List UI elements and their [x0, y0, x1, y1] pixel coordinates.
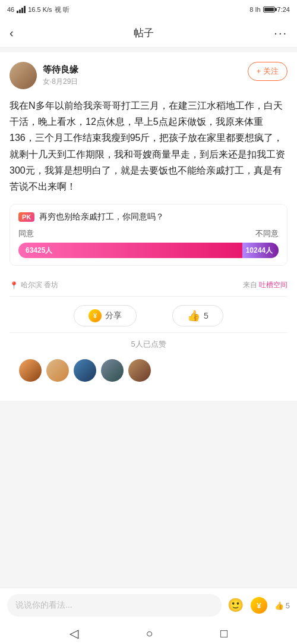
location-text: 哈尔滨 香坊: [21, 280, 58, 290]
notification-badge: 8 Ih: [249, 6, 260, 13]
poll-bar-container: 同意 不同意 63425人 10244人: [10, 228, 287, 265]
status-left: 46 16.5 K/s 视 听: [7, 5, 69, 14]
liker-avatar-1[interactable]: [19, 359, 42, 382]
emoji-button[interactable]: 🙂: [228, 598, 244, 613]
poll-header: PK 再穷也别给亲戚打工，你同意吗？: [10, 205, 287, 228]
action-row: ¥ 分享 👍 5: [10, 296, 287, 333]
signal-bar-2: [19, 10, 21, 13]
location-row: 📍 哈尔滨 香坊 来自 吐槽空间: [10, 274, 287, 296]
like-icon: 👍: [187, 309, 200, 322]
bottom-like-icon: 👍: [274, 601, 284, 610]
source-info: 来自 吐槽空间: [243, 280, 287, 290]
page-title: 帖子: [134, 26, 154, 40]
share-label: 分享: [105, 310, 122, 321]
agree-label: 同意: [18, 228, 34, 239]
avatar[interactable]: [10, 62, 37, 89]
liker-avatar-5[interactable]: [128, 359, 151, 382]
user-sub: 女·8月29日: [43, 77, 78, 87]
comment-input[interactable]: 说说你的看法...: [7, 594, 222, 617]
liker-avatar-4[interactable]: [101, 359, 124, 382]
signal-bar-1: [17, 11, 18, 13]
liker-avatar-2[interactable]: [46, 359, 69, 382]
disagree-count: 10244人: [246, 246, 273, 256]
sys-back-button[interactable]: ◁: [69, 626, 78, 640]
location-info: 📍 哈尔滨 香坊: [10, 280, 58, 290]
disagree-label: 不同意: [255, 228, 279, 239]
signal-bar-3: [21, 8, 23, 13]
bottom-bar: 说说你的看法... 🙂 ¥ 👍 5 ◁ ○ □: [0, 588, 297, 644]
reward-button[interactable]: ¥: [251, 597, 267, 614]
user-header: 等待良缘 女·8月29日 + 关注: [10, 62, 287, 89]
battery-icon: [263, 7, 275, 12]
user-info: 等待良缘 女·8月29日: [10, 62, 78, 89]
battery-fill: [264, 8, 274, 11]
likes-info: 5人已点赞: [10, 333, 287, 354]
source-link[interactable]: 吐槽空间: [259, 281, 287, 289]
back-button[interactable]: ‹: [10, 26, 14, 40]
comment-placeholder: 说说你的看法...: [15, 600, 72, 611]
share-button[interactable]: ¥ 分享: [74, 305, 137, 326]
location-pin-icon: 📍: [10, 281, 18, 290]
follow-button[interactable]: + 关注: [248, 62, 287, 81]
like-count: 5: [204, 311, 208, 321]
top-nav: ‹ 帖子 ···: [0, 19, 297, 48]
disagree-segment[interactable]: 10244人: [242, 243, 279, 258]
coin-icon: ¥: [89, 309, 102, 322]
system-nav: ◁ ○ □: [0, 623, 297, 644]
signal-bar-4: [24, 6, 26, 13]
post-content: 我在N多年以前给我亲哥哥打工三月，在建三江水稻地工作，白天干活，晚上看水，12点…: [10, 98, 287, 194]
agree-segment[interactable]: 63425人: [18, 243, 242, 258]
bottom-like-button[interactable]: 👍 5: [274, 601, 290, 610]
signal-bars: [17, 6, 26, 13]
sys-recent-button[interactable]: □: [220, 627, 228, 640]
source-prefix: 来自: [243, 281, 257, 289]
like-button[interactable]: 👍 5: [172, 305, 223, 326]
poll-labels: 同意 不同意: [10, 228, 287, 243]
status-right: 8 Ih 7:24: [249, 6, 290, 13]
user-meta: 等待良缘 女·8月29日: [43, 64, 78, 87]
poll-bar[interactable]: 63425人 10244人: [18, 243, 279, 258]
time: 7:24: [277, 6, 290, 13]
likers-avatars: [10, 354, 287, 391]
bottom-like-count: 5: [286, 601, 290, 610]
liker-avatar-3[interactable]: [74, 359, 96, 382]
signal-text: 46: [7, 6, 14, 13]
sys-home-button[interactable]: ○: [146, 627, 153, 640]
more-button[interactable]: ···: [274, 26, 287, 40]
post-card: 等待良缘 女·8月29日 + 关注 我在N多年以前给我亲哥哥打工三月，在建三江水…: [0, 52, 297, 401]
poll-badge: PK: [18, 212, 34, 222]
comment-row: 说说你的看法... 🙂 ¥ 👍 5: [0, 588, 297, 623]
status-bar: 46 16.5 K/s 视 听 8 Ih 7:24: [0, 0, 297, 19]
poll-title: 再穷也别给亲戚打工，你同意吗？: [39, 212, 164, 222]
poll-card: PK 再穷也别给亲戚打工，你同意吗？ 同意 不同意 63425人 10244人: [10, 204, 287, 266]
agree-count: 63425人: [26, 246, 52, 256]
media-icons: 视 听: [55, 5, 69, 14]
user-name: 等待良缘: [43, 64, 78, 76]
avatar-image: [10, 62, 37, 89]
bottom-icons: 🙂 ¥ 👍 5: [228, 597, 290, 614]
network-speed: 16.5 K/s: [28, 6, 52, 13]
